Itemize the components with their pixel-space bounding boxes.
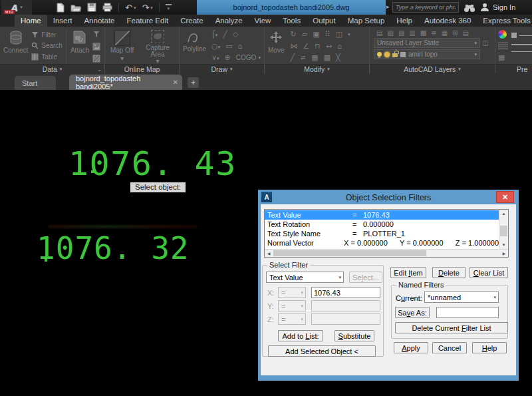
redo-button[interactable]: ↷▾ — [142, 3, 152, 12]
vertical-scrollbar[interactable]: ▲ ▼ — [499, 210, 508, 249]
scroll-left-icon[interactable]: ◀ — [265, 250, 273, 257]
edit-item-button[interactable]: Edit Item — [390, 267, 426, 278]
table-button[interactable]: Table — [31, 52, 63, 62]
panel-flyout-icon[interactable]: ⌄ — [97, 67, 102, 73]
object-color-dropdown[interactable] — [511, 33, 532, 38]
help-button[interactable]: Help — [472, 342, 507, 353]
capture-area-button[interactable]: Capture Area ▾ — [140, 29, 176, 64]
ribbon-tab-analyze[interactable]: Analyze — [209, 15, 249, 27]
clear-list-button[interactable]: Clear List — [469, 267, 508, 278]
filter-list-row[interactable]: Text Rotation=0.000000 — [265, 220, 499, 229]
linetype-icon[interactable]: ▦ — [498, 53, 508, 62]
scrollbar-thumb[interactable] — [500, 226, 507, 236]
close-tab-icon[interactable]: ✕ — [173, 79, 178, 86]
save-as-button[interactable]: Save As: — [395, 307, 430, 318]
substitute-button[interactable]: Substitute — [334, 330, 374, 341]
current-filter-dropdown[interactable]: *unnamed ▾ — [424, 292, 499, 303]
help-search-input[interactable] — [392, 2, 459, 13]
layer-state-manager-icon[interactable]: ◫ — [482, 39, 488, 47]
file-tab-active-drawing[interactable]: bojnord_topodasteh bandi2005* ✕ — [69, 75, 182, 90]
ribbon-tab-insert[interactable]: Insert — [47, 15, 78, 27]
hatch-tool-icon[interactable]: ⊕ — [225, 53, 231, 62]
lineweight-dropdown[interactable] — [511, 44, 532, 45]
query-filter-icon[interactable] — [92, 29, 100, 41]
filter-type-dropdown[interactable]: Text Value ▾ — [266, 272, 344, 283]
cad-text-lower[interactable]: 1076. 32 — [37, 233, 190, 264]
scrollbar-thumb[interactable] — [273, 250, 426, 256]
dialog-title-bar[interactable]: A Object Selection Filters ✕ — [261, 190, 516, 204]
delete-button[interactable]: Delete — [432, 267, 466, 278]
z-value-field[interactable] — [311, 313, 380, 325]
circle-tool-icon[interactable]: ○▾ — [211, 42, 220, 51]
save-icon[interactable] — [87, 3, 96, 12]
apply-button[interactable]: Apply — [394, 342, 428, 353]
rectangle-tool-icon[interactable]: ▭ — [225, 42, 232, 51]
add-to-list-button[interactable]: Add to List: — [278, 330, 323, 341]
modify-tools-row[interactable]: ⋈ ∠ ⊓ ↔ ⌂ — [290, 42, 350, 51]
break-tool-icon[interactable]: ∨▾ — [211, 53, 219, 62]
panel-label-online-map[interactable]: Online Map — [105, 64, 179, 74]
x-operator-dropdown[interactable]: = ▾ — [278, 287, 306, 298]
panel-label-modify[interactable]: Modify ▾ — [265, 64, 369, 74]
save-as-field[interactable] — [436, 307, 499, 318]
x-value-field[interactable] — [311, 287, 380, 298]
layer-tools-row[interactable]: ▤ ▧ ▨ ▥ ▩ ≣ ▦ ⊞ ▤ — [374, 29, 491, 37]
cogo-button[interactable]: COGO▾ — [236, 54, 261, 61]
point-tool-icon[interactable]: ◇ — [233, 30, 238, 39]
filter-list-row[interactable]: Text Value=1076.43 — [265, 210, 499, 220]
linetype-dropdown[interactable] — [511, 51, 532, 52]
scroll-up-icon[interactable]: ▲ — [499, 210, 508, 218]
image-insert-icon[interactable] — [92, 41, 100, 53]
ribbon-tab-output[interactable]: Output — [307, 15, 342, 27]
horizontal-scrollbar[interactable]: ◀ ▶ — [265, 249, 508, 257]
modify-tools-row[interactable]: ↻ ▱ ▣ ⠿ ◫ ▾ — [290, 30, 350, 39]
scroll-right-icon[interactable]: ▶ — [500, 250, 508, 257]
filter-list[interactable]: Text Value=1076.43Text Rotation=0.000000… — [264, 209, 509, 258]
move-button[interactable]: Move — [266, 29, 286, 55]
search-button[interactable]: Search — [31, 41, 63, 51]
filter-list-row[interactable]: Text Style Name=PLOTTER_1 — [265, 229, 499, 238]
ribbon-tab-home[interactable]: Home — [15, 15, 47, 27]
customize-qat-button[interactable]: ▾ — [166, 4, 172, 11]
cad-text-upper[interactable]: 1076. 43 — [68, 147, 237, 180]
cancel-button[interactable]: Cancel — [432, 342, 467, 353]
plot-print-icon[interactable] — [102, 3, 112, 12]
delete-current-filter-list-button[interactable]: Delete Current Filter List — [395, 322, 508, 333]
lineweight-icon[interactable] — [498, 43, 508, 50]
ribbon-tab-autodesk-360[interactable]: Autodesk 360 — [418, 15, 477, 27]
search-expander-icon[interactable]: ▸ — [386, 3, 390, 10]
undo-button[interactable]: ↶▾ — [125, 3, 136, 12]
panel-label-layers[interactable]: AutoCAD Layers ▾ — [370, 64, 495, 74]
file-tab-start[interactable]: Start — [15, 76, 56, 90]
sign-in-button[interactable]: Sign In — [480, 0, 515, 15]
add-selected-object-button[interactable]: Add Selected Object < — [268, 345, 376, 357]
arc-tool-icon[interactable]: ⌠▾ — [211, 30, 217, 39]
filter-button[interactable]: Filter — [31, 30, 63, 40]
line-tool-icon[interactable]: ╱ — [223, 30, 227, 39]
search-binoculars-icon[interactable] — [464, 3, 475, 15]
ribbon-tab-feature-edit[interactable]: Feature Edit — [121, 15, 175, 27]
connect-button[interactable]: Connect — [1, 29, 30, 55]
filter-list-row[interactable]: Normal VectorX = 0.000000 Y = 0.000000 Z… — [265, 238, 499, 248]
dialog-close-button[interactable]: ✕ — [496, 191, 514, 203]
polygon-tool-icon[interactable]: ⌂ — [238, 42, 243, 51]
new-drawing-tab-button[interactable]: + — [188, 77, 199, 88]
open-folder-icon[interactable] — [70, 3, 81, 12]
color-wheel-icon[interactable] — [498, 30, 507, 39]
layer-state-dropdown[interactable]: Unsaved Layer State ▾ — [374, 38, 480, 48]
panel-label-data[interactable]: Data ▾ ⌄ — [0, 64, 104, 74]
select-button[interactable]: Select... — [349, 272, 382, 283]
ribbon-tab-map-setup[interactable]: Map Setup — [342, 15, 391, 27]
app-menu-button[interactable]: A M3D ▾ — [1, 0, 32, 15]
modify-tools-row[interactable]: ╱ ≠ ▦ ▩ ╳ — [290, 53, 350, 62]
attach-button[interactable]: Attach — [68, 29, 91, 55]
z-operator-dropdown[interactable]: = ▾ — [278, 313, 306, 325]
map-off-button[interactable]: Map Off ▾ — [108, 29, 136, 63]
ribbon-tab-help[interactable]: Help — [390, 15, 418, 27]
panel-label-draw[interactable]: Draw ▾ — [180, 64, 264, 74]
chevron-down-icon[interactable]: ▾ — [150, 5, 153, 10]
ribbon-tab-view[interactable]: View — [249, 15, 277, 27]
panel-label-properties[interactable]: Pre — [495, 64, 532, 74]
new-file-icon[interactable] — [56, 3, 65, 13]
ribbon-tab-tools[interactable]: Tools — [277, 15, 307, 27]
